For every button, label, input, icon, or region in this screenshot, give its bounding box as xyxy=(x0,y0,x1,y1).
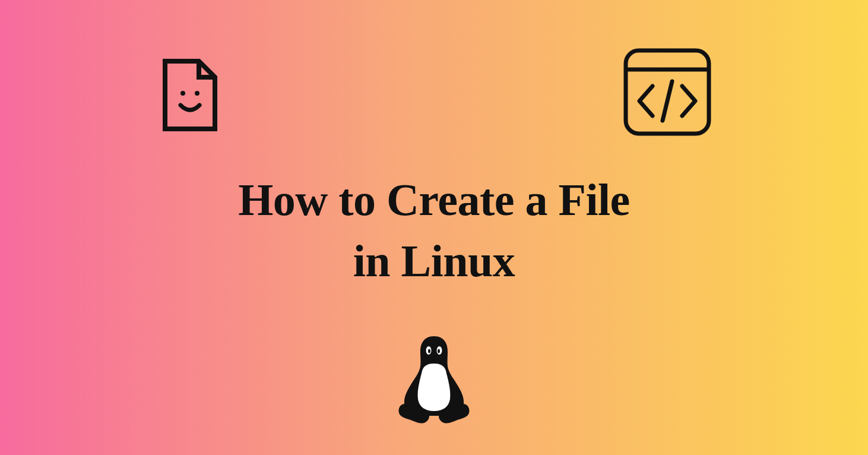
svg-point-1 xyxy=(195,91,199,96)
code-window-icon xyxy=(620,45,715,142)
svg-point-0 xyxy=(180,91,185,96)
svg-line-4 xyxy=(663,81,672,121)
svg-rect-2 xyxy=(626,50,709,134)
file-smile-icon xyxy=(160,56,220,136)
title-line-2: in Linux xyxy=(353,236,515,286)
svg-point-7 xyxy=(428,349,430,353)
svg-point-8 xyxy=(438,349,440,353)
linux-tux-icon xyxy=(395,333,473,427)
page-title: How to Create a File in Linux xyxy=(0,169,868,291)
title-line-1: How to Create a File xyxy=(238,175,630,225)
